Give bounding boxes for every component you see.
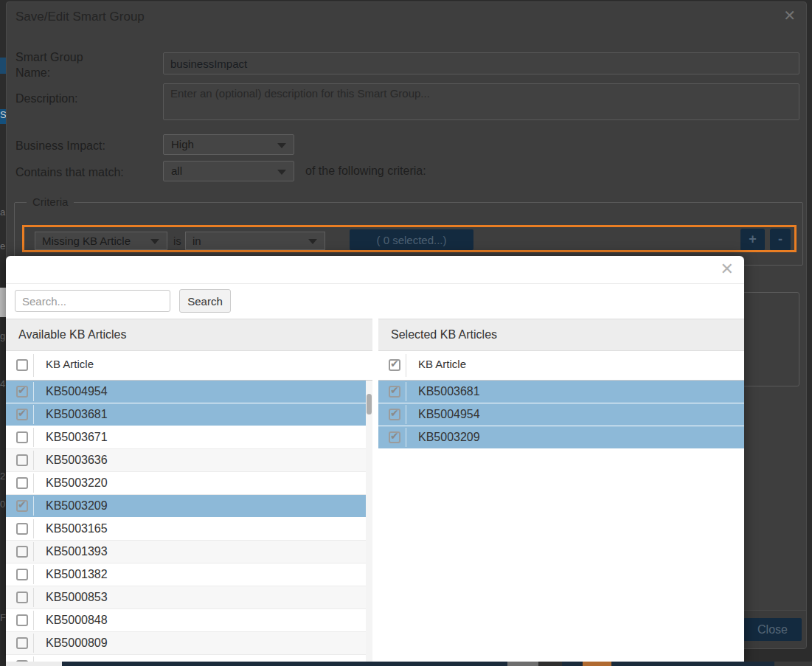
clipped-text-fragment: g <box>0 330 6 342</box>
business-impact-select[interactable]: High <box>163 134 294 155</box>
select-all-checkbox[interactable] <box>16 359 28 371</box>
list-item[interactable]: KB5003165 <box>6 518 366 541</box>
list-item[interactable]: KB5000848 <box>6 609 366 632</box>
list-item[interactable]: KB5001382 <box>6 563 366 586</box>
contains-match-select[interactable]: all <box>163 161 294 181</box>
bottom-bar-segment <box>562 662 583 666</box>
description-textarea[interactable] <box>163 83 799 120</box>
list-item[interactable]: KB5001393 <box>6 541 366 563</box>
row-checkbox[interactable] <box>389 409 400 420</box>
row-checkbox[interactable] <box>16 637 28 649</box>
row-checkbox[interactable] <box>16 614 28 626</box>
search-input[interactable] <box>15 290 170 312</box>
column-divider <box>33 451 34 470</box>
column-divider <box>33 354 34 377</box>
scrollbar-thumb[interactable] <box>367 394 372 414</box>
list-item[interactable]: KB5003681 <box>378 381 744 403</box>
select-all-checkbox[interactable] <box>389 359 400 371</box>
list-item[interactable]: KB5000809 <box>6 632 366 655</box>
list-item[interactable]: KB5004954 <box>378 403 744 426</box>
list-item[interactable]: KB5003636 <box>6 449 366 472</box>
chevron-down-icon <box>277 143 286 148</box>
clipped-ui-fragment <box>0 58 6 74</box>
row-checkbox[interactable] <box>389 431 400 443</box>
row-checkbox[interactable] <box>16 386 28 398</box>
list-item[interactable]: KB5004954 <box>6 381 366 403</box>
search-button[interactable]: Search <box>179 289 231 313</box>
row-checkbox[interactable] <box>16 546 28 558</box>
column-divider <box>33 519 34 538</box>
column-divider <box>406 428 406 447</box>
page-behind-edge: Saeg420F <box>0 0 6 666</box>
close-icon[interactable]: ✕ <box>783 7 796 24</box>
row-checkbox[interactable] <box>16 500 28 512</box>
close-icon[interactable]: ✕ <box>721 260 734 279</box>
kb-article-label: KB5000809 <box>46 636 108 650</box>
kb-dialog-header: ✕ <box>6 256 744 284</box>
business-impact-label: Business Impact: <box>15 138 163 153</box>
row-checkbox[interactable] <box>16 477 28 489</box>
clipped-text-fragment: 4 <box>0 378 6 390</box>
clipped-text-fragment: e <box>0 240 6 252</box>
selected-kb-list: KB5003681KB5004954KB5003209 <box>378 381 744 666</box>
kb-article-label: KB5003209 <box>46 499 108 513</box>
list-item[interactable]: KB5003671 <box>6 426 366 449</box>
criteria-field-value: Missing KB Article <box>42 235 131 247</box>
clipped-text-fragment: a <box>0 207 6 218</box>
column-divider <box>33 611 34 630</box>
kb-article-select-dialog: ✕ Search Available KB Articles KB Articl… <box>6 256 744 666</box>
close-button[interactable]: Close <box>743 618 802 641</box>
row-checkbox[interactable] <box>16 523 28 535</box>
remove-criteria-button[interactable]: - <box>770 229 791 251</box>
contains-match-value: all <box>171 164 182 177</box>
kb-article-label: KB5004954 <box>418 408 480 421</box>
column-divider <box>33 565 34 584</box>
column-divider <box>33 405 34 424</box>
bottom-bar-segment <box>62 662 507 666</box>
row-checkbox[interactable] <box>16 569 28 580</box>
column-divider <box>406 405 406 424</box>
available-panel-title: Available KB Articles <box>6 319 372 351</box>
kb-article-label: KB5000848 <box>46 614 108 627</box>
list-item[interactable]: KB5003220 <box>6 472 366 495</box>
bottom-bar-segment <box>538 662 562 666</box>
column-divider <box>33 474 34 493</box>
clipped-text-fragment: F <box>0 612 6 624</box>
row-checkbox[interactable] <box>389 386 400 398</box>
kb-article-label: KB5003220 <box>46 476 108 490</box>
page-bottom-bar <box>0 662 812 666</box>
smart-group-name-label: Smart Group Name: <box>15 49 119 80</box>
column-divider <box>33 428 34 447</box>
bottom-bar-segment <box>611 662 774 666</box>
scrollbar[interactable] <box>366 381 372 666</box>
smart-group-name-input[interactable] <box>163 52 799 74</box>
criteria-field-select[interactable]: Missing KB Article <box>35 232 167 250</box>
selected-column-header: KB Article <box>378 351 744 381</box>
criteria-operator-select[interactable]: in <box>185 232 325 250</box>
kb-article-label: KB5003671 <box>46 431 108 444</box>
selected-values-button[interactable]: ( 0 selected...) <box>350 229 473 250</box>
description-label: Description: <box>15 91 126 106</box>
list-item[interactable]: KB5000853 <box>6 586 366 609</box>
clipped-text-fragment: S <box>0 109 6 124</box>
list-item[interactable]: KB5003681 <box>6 403 366 426</box>
bottom-bar-segment <box>6 662 62 666</box>
row-checkbox[interactable] <box>16 592 28 603</box>
kb-article-label: KB5003636 <box>46 454 108 467</box>
list-item[interactable]: KB5003209 <box>6 495 366 518</box>
row-checkbox[interactable] <box>16 454 28 466</box>
kb-article-label: KB5001382 <box>46 568 108 581</box>
row-checkbox[interactable] <box>16 409 28 420</box>
screen: Save/Edit Smart Group ✕ Smart Group Name… <box>0 0 812 666</box>
selected-panel-title: Selected KB Articles <box>378 319 744 351</box>
bottom-bar-segment <box>774 662 812 666</box>
list-item[interactable]: KB5003209 <box>378 426 744 449</box>
criteria-legend: Criteria <box>27 195 74 208</box>
add-criteria-button[interactable]: + <box>740 229 765 251</box>
chevron-down-icon <box>308 239 317 244</box>
criteria-suffix-text: of the following criteria: <box>305 164 426 178</box>
row-checkbox[interactable] <box>16 431 28 443</box>
chevron-down-icon <box>150 239 159 244</box>
kb-article-label: KB5003681 <box>46 408 108 421</box>
criteria-operator-value: in <box>192 235 201 247</box>
